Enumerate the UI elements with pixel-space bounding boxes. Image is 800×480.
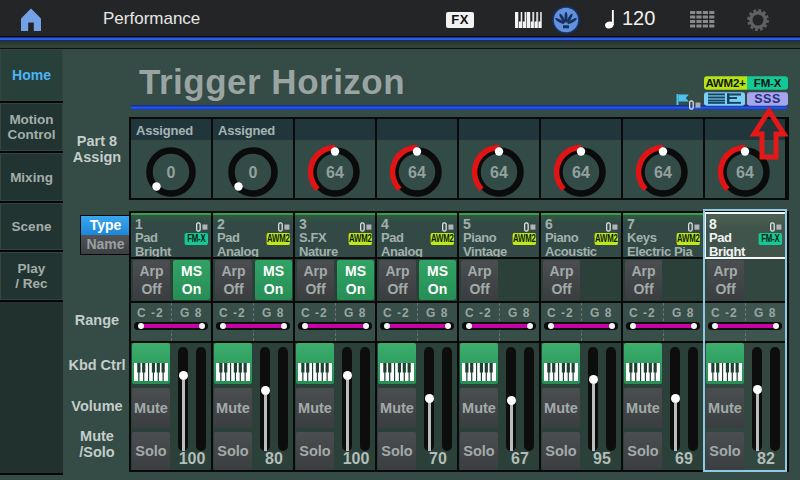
- svg-text:0: 0: [249, 164, 258, 181]
- svg-text:64: 64: [736, 164, 754, 181]
- svg-text:64: 64: [572, 164, 590, 181]
- svg-text:64: 64: [654, 164, 672, 181]
- svg-text:64: 64: [408, 164, 426, 181]
- svg-text:64: 64: [326, 164, 344, 181]
- svg-text:0: 0: [167, 164, 176, 181]
- svg-text:64: 64: [490, 164, 508, 181]
